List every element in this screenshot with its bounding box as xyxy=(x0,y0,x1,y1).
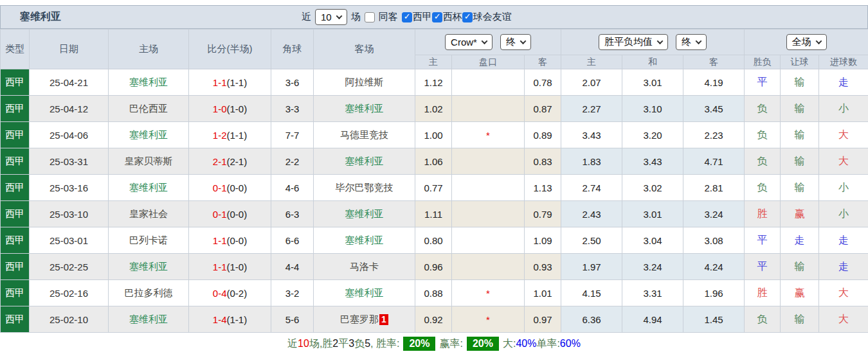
cell-home-team[interactable]: 塞维利亚 xyxy=(109,254,189,280)
avg-time-select[interactable]: 终 xyxy=(676,34,707,50)
cell-avg-home: 2.07 xyxy=(561,69,622,96)
cell-away-team[interactable]: 塞维利亚 xyxy=(314,227,415,254)
cell-odds-home: 0.80 xyxy=(415,227,452,254)
same-away-checkbox[interactable] xyxy=(365,12,375,22)
cell-away-team[interactable]: 毕尔巴鄂竞技 xyxy=(314,175,415,201)
score-halftime: (0-2) xyxy=(227,288,248,299)
cell-corner: 7-7 xyxy=(271,122,314,148)
cell-home-team[interactable]: 塞维利亚 xyxy=(109,122,189,148)
cell-date: 25-04-06 xyxy=(30,122,109,148)
cell-goals-result: 小 xyxy=(819,96,868,122)
cell-home-team[interactable]: 巴拉多利德 xyxy=(109,280,189,306)
cell-away-team[interactable]: 塞维利亚 xyxy=(314,148,415,175)
summary-segment: 10 xyxy=(298,338,309,350)
chevron-down-icon xyxy=(657,38,664,44)
score-halftime: (0-0) xyxy=(227,235,248,246)
chevron-down-icon xyxy=(815,38,822,44)
cell-away-team[interactable]: 塞维利亚 xyxy=(314,201,415,227)
cell-away-team[interactable]: 塞维利亚 xyxy=(314,280,415,306)
cell-handicap xyxy=(452,175,525,201)
cell-away-team[interactable]: 阿拉维斯 xyxy=(314,69,415,96)
cell-odds-away: 1.09 xyxy=(525,227,561,254)
subcol-result: 胜负 xyxy=(745,55,781,69)
cell-home-team[interactable]: 皇家社会 xyxy=(109,201,189,227)
scope-select[interactable]: 全场 xyxy=(786,34,827,50)
score-fulltime: 1-2 xyxy=(213,130,227,141)
match-row: 西甲 25-04-06 塞维利亚 1-2(1-1) 7-7 马德里竞技 1.00… xyxy=(1,122,868,148)
cell-avg-away: 4.71 xyxy=(683,148,745,175)
cell-avg-home: 1.97 xyxy=(561,254,622,280)
summary-segment: 单率: xyxy=(536,337,559,351)
score-fulltime: 0-4 xyxy=(213,288,227,299)
score-halftime: (0-0) xyxy=(227,182,248,193)
cell-date: 25-03-31 xyxy=(30,148,109,175)
same-away-label: 同客 xyxy=(379,11,398,23)
cell-date: 25-02-10 xyxy=(30,306,109,333)
cell-handicap: * xyxy=(452,122,525,148)
team-title: 塞维利亚 xyxy=(20,10,61,24)
near-count-select[interactable]: 10 xyxy=(315,9,347,25)
cell-score: 1-1(0-0) xyxy=(189,227,271,254)
avg-time-value: 终 xyxy=(682,36,691,48)
filter-bar: 近 10 场 同客 西甲西杯球会友谊 xyxy=(302,6,512,28)
cell-avg-draw: 3.20 xyxy=(622,122,683,148)
cell-odds-home: 0.96 xyxy=(415,254,452,280)
cell-date: 25-04-12 xyxy=(30,96,109,122)
cell-away-team[interactable]: 马德里竞技 xyxy=(314,122,415,148)
cell-avg-home: 6.36 xyxy=(561,306,622,333)
cell-home-team[interactable]: 塞维利亚 xyxy=(109,69,189,96)
cell-away-team[interactable]: 巴塞罗那1 xyxy=(314,306,415,333)
league-checkbox[interactable] xyxy=(432,12,442,22)
match-row: 西甲 25-02-10 塞维利亚 1-4(1-1) 5-6 巴塞罗那1 0.92… xyxy=(1,306,868,333)
cell-odds-home: 0.88 xyxy=(415,280,452,306)
summary-line: 近10场,胜2平3负5, 胜率:20% 赢率:20% 大:40% 单率:60% xyxy=(0,333,868,354)
cell-corner: 5-6 xyxy=(271,306,314,333)
cell-odds-away: 0.89 xyxy=(525,122,561,148)
league-checkbox[interactable] xyxy=(462,12,473,22)
cell-odds-away: 0.97 xyxy=(525,306,561,333)
summary-segment: , 胜率: xyxy=(370,337,399,351)
cell-result: 平 xyxy=(745,69,781,96)
league-filter-group: 西甲西杯球会友谊 xyxy=(402,11,512,23)
cell-league-type: 西甲 xyxy=(1,175,30,201)
cell-result: 负 xyxy=(745,306,781,333)
cell-avg-home: 2.43 xyxy=(561,201,622,227)
chevron-down-icon xyxy=(336,13,342,19)
cell-corner: 3-2 xyxy=(271,280,314,306)
league-checkbox[interactable] xyxy=(402,12,412,22)
cell-league-type: 西甲 xyxy=(1,227,30,254)
cell-handicap xyxy=(452,96,525,122)
cell-avg-draw: 3.31 xyxy=(622,280,683,306)
match-row: 西甲 25-03-01 巴列卡诺 1-1(0-0) 6-6 塞维利亚 0.80 … xyxy=(1,227,868,254)
cell-let-result: 赢 xyxy=(781,201,819,227)
cell-away-team[interactable]: 马洛卡 xyxy=(314,254,415,280)
chevron-down-icon xyxy=(481,38,487,44)
match-row: 西甲 25-03-31 皇家贝蒂斯 2-1(2-1) 2-2 塞维利亚 1.06… xyxy=(1,148,868,175)
match-row: 西甲 25-04-12 巴伦西亚 1-0(1-0) 3-3 塞维利亚 1.02 … xyxy=(1,96,868,122)
cell-avg-away: 2.81 xyxy=(683,175,745,201)
score-fulltime: 1-1 xyxy=(213,235,227,246)
score-halftime: (0-0) xyxy=(227,209,248,220)
match-row: 西甲 25-02-25 塞维利亚 1-1(1-0) 4-4 马洛卡 0.96 0… xyxy=(1,254,868,280)
cell-home-team[interactable]: 塞维利亚 xyxy=(109,306,189,333)
score-fulltime: 1-0 xyxy=(213,103,227,114)
cell-home-team[interactable]: 塞维利亚 xyxy=(109,175,189,201)
score-fulltime: 2-1 xyxy=(213,156,227,167)
col-header-home: 主场 xyxy=(109,30,189,69)
cell-home-team[interactable]: 巴列卡诺 xyxy=(109,227,189,254)
summary-segment: 近 xyxy=(287,337,298,351)
score-halftime: (1-1) xyxy=(227,130,248,141)
avg-type-select[interactable]: 胜平负均值 xyxy=(599,34,668,50)
cell-home-team[interactable]: 皇家贝蒂斯 xyxy=(109,148,189,175)
odds-time-select[interactable]: 终 xyxy=(500,34,531,50)
odds-company-select[interactable]: Crow* xyxy=(445,34,493,50)
cell-home-team[interactable]: 巴伦西亚 xyxy=(109,96,189,122)
cell-avg-away: 3.24 xyxy=(683,201,745,227)
cell-goals-result: 小 xyxy=(819,175,868,201)
league-label: 球会友谊 xyxy=(473,11,512,23)
cell-away-team[interactable]: 塞维利亚 xyxy=(314,96,415,122)
odds-selects-cell: Crow* 终 xyxy=(415,30,561,55)
summary-segment: 负 xyxy=(354,337,365,351)
cell-score: 0-1(0-0) xyxy=(189,175,271,201)
cell-result: 负 xyxy=(745,122,781,148)
